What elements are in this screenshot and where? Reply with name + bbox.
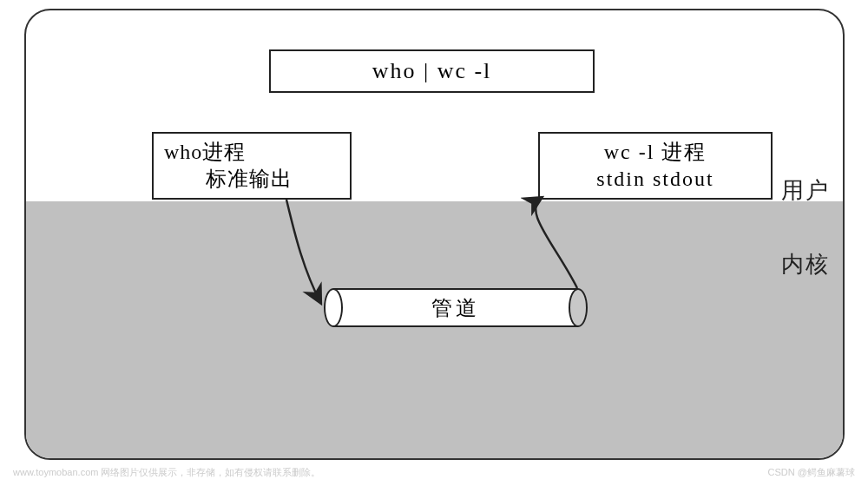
wc-line2: stdin stdout bbox=[540, 166, 771, 193]
footer-left: www.toymoban.com 网络图片仅供展示，非存储，如有侵权请联系删除。 bbox=[13, 466, 320, 479]
pipe-cap-left bbox=[324, 288, 343, 327]
who-line1: who进程 bbox=[164, 139, 350, 166]
user-label: 用户 bbox=[781, 175, 830, 206]
wc-process-box: wc -l 进程 stdin stdout bbox=[538, 132, 773, 200]
pipe-body: 管道 bbox=[333, 288, 578, 327]
footer-right: CSDN @鳄鱼麻薯球 bbox=[768, 466, 855, 479]
who-line2: 标准输出 bbox=[164, 166, 350, 193]
wc-line1: wc -l 进程 bbox=[540, 139, 771, 166]
pipe-label: 管道 bbox=[431, 294, 480, 322]
command-box: who | wc -l bbox=[269, 49, 595, 93]
pipe: 管道 bbox=[321, 288, 590, 327]
pipe-cap-right bbox=[569, 288, 588, 327]
command-text: who | wc -l bbox=[271, 56, 593, 86]
kernel-region bbox=[26, 201, 843, 460]
who-process-box: who进程 标准输出 bbox=[152, 132, 352, 200]
kernel-label: 内核 bbox=[781, 249, 830, 279]
diagram-frame: who | wc -l who进程 标准输出 wc -l 进程 stdin st… bbox=[24, 9, 845, 460]
